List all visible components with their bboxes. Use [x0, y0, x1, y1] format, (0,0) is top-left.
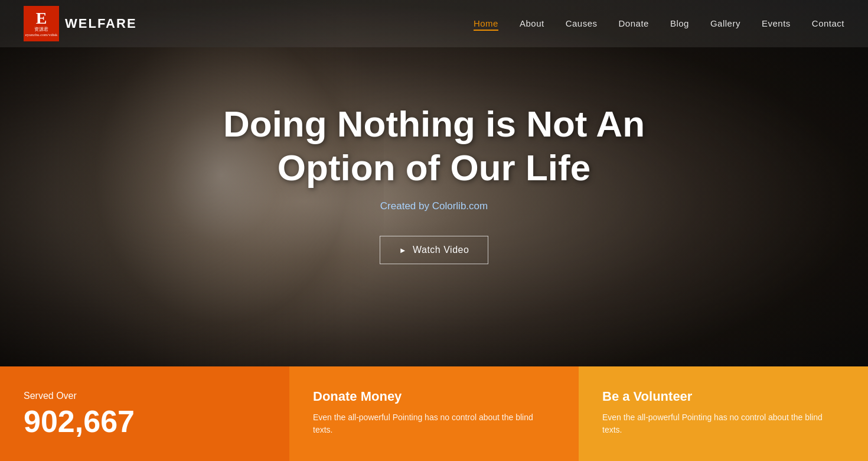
logo-chinese: 资源君 [34, 27, 48, 33]
nav-item-home[interactable]: Home [474, 18, 498, 29]
navbar: E 资源君 eyunzhu.com/vdisk WELFARE Home Abo… [0, 0, 868, 47]
nav-item-donate[interactable]: Donate [619, 18, 649, 29]
nav-item-events[interactable]: Events [762, 18, 791, 29]
stat-volunteer-title: Be a Volunteer [602, 389, 844, 404]
nav-link-blog[interactable]: Blog [670, 18, 689, 28]
logo-letter: E [36, 10, 47, 27]
stat-block-donate: Donate Money Even the all-powerful Point… [289, 366, 579, 461]
stat-served-label: Served Over [24, 391, 266, 401]
logo-url: eyunzhu.com/vdisk [25, 33, 58, 37]
hero-subtitle: Created by Colorlib.com [223, 200, 645, 212]
nav-item-blog[interactable]: Blog [670, 18, 689, 29]
nav-link-events[interactable]: Events [762, 18, 791, 28]
nav-link-home[interactable]: Home [474, 18, 498, 31]
nav-item-gallery[interactable]: Gallery [710, 18, 740, 29]
nav-link-donate[interactable]: Donate [619, 18, 649, 28]
stat-volunteer-description: Even the all-powerful Pointing has no co… [602, 411, 844, 436]
stat-block-volunteer: Be a Volunteer Even the all-powerful Poi… [579, 366, 868, 461]
hero-content: Doing Nothing is Not An Option of Our Li… [211, 102, 657, 265]
watch-video-button[interactable]: ► Watch Video [380, 236, 489, 264]
hero-section: Doing Nothing is Not An Option of Our Li… [0, 0, 868, 366]
nav-link-about[interactable]: About [520, 18, 544, 28]
brand-name: WELFARE [65, 16, 137, 31]
nav-link-causes[interactable]: Causes [566, 18, 598, 28]
play-icon: ► [399, 246, 407, 255]
stat-served-number: 902,667 [24, 406, 266, 437]
logo-area: E 资源君 eyunzhu.com/vdisk WELFARE [24, 6, 137, 41]
nav-item-contact[interactable]: Contact [812, 18, 844, 29]
nav-link-contact[interactable]: Contact [812, 18, 844, 28]
nav-item-causes[interactable]: Causes [566, 18, 598, 29]
nav-item-about[interactable]: About [520, 18, 544, 29]
nav-links: Home About Causes Donate Blog Gallery Ev… [474, 18, 844, 29]
colorlib-link[interactable]: Colorlib.com [432, 200, 488, 212]
hero-title: Doing Nothing is Not An Option of Our Li… [223, 102, 645, 190]
stats-bar: Served Over 902,667 Donate Money Even th… [0, 366, 868, 461]
stat-block-served: Served Over 902,667 [0, 366, 289, 461]
stat-donate-description: Even the all-powerful Pointing has no co… [313, 411, 555, 436]
stat-donate-title: Donate Money [313, 389, 555, 404]
watch-video-label: Watch Video [413, 245, 469, 255]
logo-box: E 资源君 eyunzhu.com/vdisk [24, 6, 59, 41]
nav-link-gallery[interactable]: Gallery [710, 18, 740, 28]
